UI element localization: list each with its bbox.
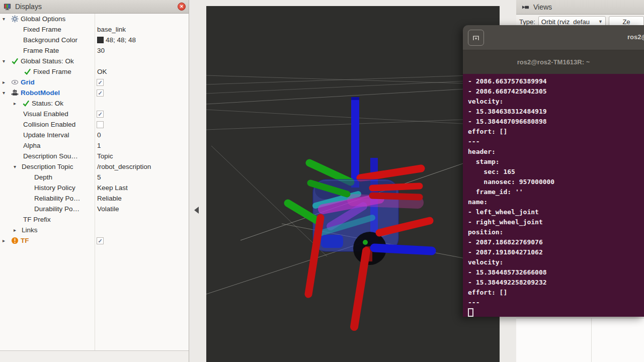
tree-row-status-ok[interactable]: ▸Status: Ok <box>0 98 189 109</box>
tree-row-depth[interactable]: Depth5 <box>0 172 189 183</box>
tree-row-global-options[interactable]: ▾Global Options <box>0 14 189 24</box>
enabled-checkbox[interactable]: ✓ <box>97 79 104 86</box>
tree-row-visual-enabled[interactable]: Visual Enabled✓ <box>0 109 189 119</box>
displays-panel-title: Displays <box>15 3 42 11</box>
views-list[interactable] <box>516 318 644 362</box>
x-axis-cylinder <box>360 168 421 178</box>
new-tab-button[interactable] <box>468 30 484 46</box>
terminal-headerbar[interactable]: ros2@ <box>463 25 644 50</box>
enabled-checkbox[interactable]: ✓ <box>97 111 104 118</box>
property-name: Update Interval <box>23 131 69 139</box>
tree-row-links[interactable]: ▸Links <box>0 225 189 235</box>
tree-row-update-interval[interactable]: Update Interval0 <box>0 130 189 140</box>
property-value[interactable]: 48; 48; 48 <box>97 35 136 45</box>
tree-row-history-policy[interactable]: History PolicyKeep Last <box>0 183 189 193</box>
terminal-line: - left_wheel_joint <box>468 207 644 217</box>
tree-row-reliability-po[interactable]: Reliability Po…Reliable <box>0 193 189 204</box>
displays-monitor-icon <box>3 3 11 11</box>
tree-row-description-sou[interactable]: Description Sou…Topic <box>0 151 189 161</box>
robot-icon <box>11 89 19 97</box>
terminal-line: - 15.384638312484919 <box>468 107 644 117</box>
tree-row-fixed-frame[interactable]: Fixed Framebase_link <box>0 24 189 35</box>
terminal-window: ros2@ ros2@ros2-TM1613R: ~ - 2086.663757… <box>463 25 644 317</box>
tree-row-collision-enabled[interactable]: Collision Enabled <box>0 119 189 130</box>
terminal-line: effort: [] <box>468 288 644 298</box>
tree-row-alpha[interactable]: Alpha1 <box>0 140 189 151</box>
terminal-line: name: <box>468 197 644 207</box>
displays-tree: ▾Global OptionsFixed Framebase_linkBackg… <box>0 14 189 350</box>
expand-arrow-right-icon[interactable]: ▸ <box>3 79 9 85</box>
property-name: RobotModel <box>21 89 60 97</box>
terminal-line: - 15.384485732666008 <box>468 267 644 278</box>
property-name: TF Prefix <box>23 216 51 223</box>
tree-row-robotmodel[interactable]: ▾RobotModel✓ <box>0 87 189 98</box>
enabled-checkbox[interactable]: ✓ <box>97 89 104 97</box>
panel-collapse-handle[interactable] <box>194 207 199 214</box>
terminal-line: velocity: <box>468 257 644 267</box>
expand-arrow-down-icon[interactable]: ▾ <box>3 90 9 96</box>
tree-row-fixed-frame[interactable]: Fixed FrameOK <box>0 66 189 77</box>
property-value[interactable]: 30 <box>97 45 105 56</box>
expand-arrow-down-icon[interactable]: ▾ <box>3 58 9 64</box>
terminal-line: velocity: <box>468 97 644 107</box>
3d-viewport[interactable] <box>206 6 500 362</box>
warning-icon <box>11 237 19 245</box>
view-type-label: Type: <box>519 18 535 26</box>
grid-icon <box>11 78 19 86</box>
property-value[interactable]: 1 <box>97 140 101 151</box>
terminal-line: stamp: <box>468 157 644 167</box>
property-name: Depth <box>34 173 52 181</box>
color-swatch <box>97 37 104 43</box>
enabled-checkbox[interactable] <box>97 121 104 128</box>
property-value[interactable]: Volatile <box>97 204 119 214</box>
expand-arrow-down-icon[interactable]: ▾ <box>3 16 9 22</box>
tree-row-durability-po[interactable]: Durability Po…Volatile <box>0 204 189 214</box>
property-name: Fixed Frame <box>33 68 71 75</box>
terminal-output[interactable]: - 2086.6637576389994- 2086.6687425042305… <box>463 74 644 317</box>
property-value[interactable]: OK <box>97 66 107 77</box>
tree-row-description-topic[interactable]: ▾Description Topic/robot_description <box>0 161 189 172</box>
property-value[interactable]: Topic <box>97 151 113 161</box>
terminal-line: position: <box>468 227 644 237</box>
tree-row-background-color[interactable]: Background Color48; 48; 48 <box>0 35 189 45</box>
property-value[interactable]: 5 <box>97 172 101 183</box>
terminal-line: --- <box>468 137 644 147</box>
terminal-line: - 2086.6687425042305 <box>468 86 644 97</box>
close-icon[interactable]: ✕ <box>178 3 186 11</box>
tree-row-grid[interactable]: ▸Grid✓ <box>0 77 189 87</box>
tree-row-tf[interactable]: ▸TF✓ <box>0 235 189 246</box>
view-type-value: Orbit (rviz_defau <box>541 18 590 26</box>
expand-arrow-right-icon[interactable]: ▸ <box>3 238 9 243</box>
terminal-line: - 15.384492258209232 <box>468 278 644 288</box>
views-panel-header[interactable]: Views <box>516 0 644 15</box>
terminal-line: - 2087.191804271062 <box>468 247 644 257</box>
property-value[interactable]: Keep Last <box>97 183 128 193</box>
tree-row-tf-prefix[interactable]: TF Prefix <box>0 214 189 225</box>
property-name: Global Status: Ok <box>21 57 74 65</box>
displays-panel-footer <box>0 350 189 362</box>
property-name: Grid <box>21 78 35 86</box>
tree-row-global-status-ok[interactable]: ▾Global Status: Ok <box>0 56 189 66</box>
property-value[interactable]: 0 <box>97 130 101 140</box>
enabled-checkbox[interactable]: ✓ <box>97 237 104 244</box>
terminal-line: sec: 165 <box>468 167 644 177</box>
displays-panel-header[interactable]: Displays ✕ <box>0 0 189 14</box>
property-name: Alpha <box>23 142 41 149</box>
robot-model <box>288 97 432 327</box>
expand-arrow-right-icon[interactable]: ▸ <box>14 101 20 106</box>
terminal-window-title: ros2@ <box>627 33 644 41</box>
views-panel-title: Views <box>533 3 552 11</box>
new-tab-icon <box>470 32 481 43</box>
views-list-divider <box>591 318 592 362</box>
expand-arrow-right-icon[interactable]: ▸ <box>14 227 20 233</box>
terminal-line: - 15.384487096680898 <box>468 117 644 127</box>
tree-row-frame-rate[interactable]: Frame Rate30 <box>0 45 189 56</box>
property-name: Collision Enabled <box>23 121 75 128</box>
property-value[interactable]: Reliable <box>97 193 122 204</box>
property-name: Frame Rate <box>23 47 59 54</box>
property-value[interactable]: base_link <box>97 24 126 35</box>
check-icon <box>11 57 19 65</box>
terminal-tab-bar[interactable]: ros2@ros2-TM1613R: ~ <box>463 50 644 74</box>
expand-arrow-down-icon[interactable]: ▾ <box>14 164 20 169</box>
property-value[interactable]: /robot_description <box>97 161 151 172</box>
